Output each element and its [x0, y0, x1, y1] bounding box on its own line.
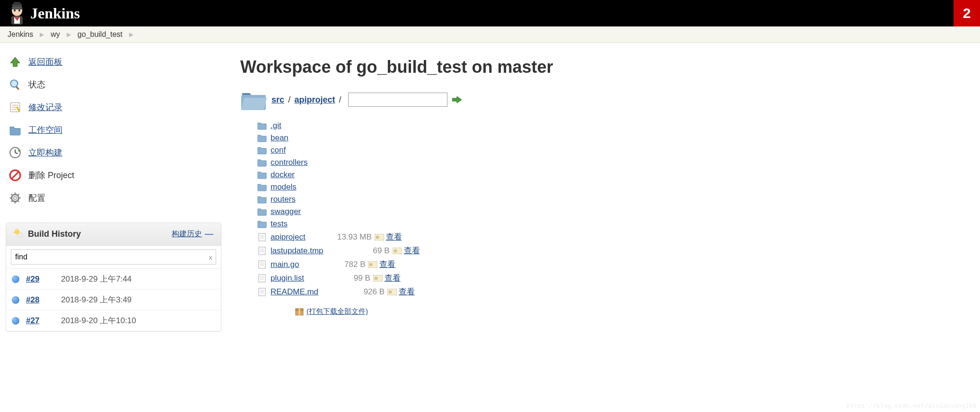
task-label[interactable]: 立即构建	[28, 147, 62, 158]
build-row[interactable]: #27 2018-9-20 上午10:10	[6, 310, 221, 331]
collapse-icon[interactable]: —	[205, 229, 213, 239]
status-ball-icon	[12, 296, 19, 304]
build-history-search-input[interactable]	[11, 249, 216, 265]
sidebar-back-to-dashboard[interactable]: 返回面板	[6, 51, 221, 73]
task-label[interactable]: 返回面板	[28, 56, 62, 68]
breadcrumb: Jenkins ▶ wy ▶ go_build_test ▶	[0, 26, 980, 43]
file-size: 69 B	[333, 246, 390, 256]
task-label[interactable]: 工作空间	[28, 124, 62, 136]
file-name[interactable]: lastupdate.tmp	[271, 246, 324, 256]
clear-icon[interactable]: x	[209, 253, 213, 261]
folder-small-icon	[257, 121, 267, 130]
folder-name[interactable]: routers	[271, 195, 296, 204]
file-size: 926 B	[328, 287, 385, 297]
fingerprint-icon	[375, 234, 384, 240]
folder-name[interactable]: models	[271, 182, 297, 192]
folder-small-icon	[257, 146, 267, 154]
svg-rect-8	[16, 86, 19, 90]
svg-point-52	[369, 263, 373, 266]
file-row[interactable]: apiproject 13.93 MB 查看	[257, 230, 980, 244]
file-row[interactable]: plugin.list 99 B 查看	[257, 271, 980, 285]
file-size: 13.93 MB	[315, 232, 372, 242]
folder-row[interactable]: tests	[257, 218, 980, 230]
notepad-icon	[9, 101, 22, 114]
path-segment[interactable]: src	[271, 95, 284, 104]
folder-name[interactable]: controllers	[271, 158, 307, 167]
file-name[interactable]: main.go	[271, 260, 299, 269]
folder-row[interactable]: .git	[257, 120, 980, 132]
path-input[interactable]	[348, 93, 447, 107]
build-number[interactable]: #27	[26, 316, 54, 326]
folder-name[interactable]: tests	[271, 219, 288, 229]
sidebar-delete-project[interactable]: 删除 Project	[6, 164, 221, 187]
sun-icon	[14, 229, 23, 240]
download-all-link[interactable]: (打包下载全部文件)	[306, 307, 368, 316]
folder-row[interactable]: models	[257, 181, 980, 193]
file-row[interactable]: lastupdate.tmp 69 B 查看	[257, 244, 980, 258]
build-number[interactable]: #29	[26, 275, 54, 284]
task-label[interactable]: 配置	[28, 192, 45, 204]
jenkins-icon	[8, 2, 26, 25]
folder-name[interactable]: .git	[271, 121, 281, 130]
fingerprint-icon	[373, 275, 383, 282]
svg-rect-2	[14, 2, 20, 5]
page-title: Workspace of go_build_test on master	[240, 57, 980, 77]
file-size: 99 B	[314, 274, 370, 283]
path-segment[interactable]: apiproject	[294, 95, 335, 104]
view-link[interactable]: 查看	[404, 245, 420, 256]
forbidden-icon	[9, 169, 22, 182]
download-all[interactable]: (打包下载全部文件)	[295, 307, 980, 316]
sidebar-build-now[interactable]: 立即构建	[6, 141, 221, 164]
jenkins-title: Jenkins	[30, 5, 80, 22]
folder-row[interactable]: controllers	[257, 156, 980, 169]
folder-row[interactable]: bean	[257, 132, 980, 144]
folder-small-icon	[257, 183, 267, 191]
sidebar-configure[interactable]: 配置	[6, 187, 221, 209]
svg-point-29	[14, 197, 17, 200]
build-row[interactable]: #28 2018-9-29 上午3:49	[6, 290, 221, 310]
task-label[interactable]: 修改记录	[28, 102, 62, 113]
file-row[interactable]: README.md 926 B 查看	[257, 285, 980, 299]
go-arrow-icon[interactable]	[452, 96, 462, 103]
sidebar-status[interactable]: 状态	[6, 73, 221, 96]
folder-row[interactable]: swagger	[257, 206, 980, 218]
folder-name[interactable]: swagger	[271, 207, 301, 216]
file-name[interactable]: README.md	[271, 287, 318, 297]
folder-name[interactable]: docker	[271, 170, 295, 180]
view-link[interactable]: 查看	[379, 259, 395, 270]
file-name[interactable]: apiproject	[271, 232, 306, 242]
view-link[interactable]: 查看	[399, 286, 415, 297]
task-label[interactable]: 状态	[28, 79, 45, 90]
breadcrumb-item[interactable]: go_build_test	[78, 30, 122, 39]
file-row[interactable]: main.go 782 B 查看	[257, 258, 980, 271]
status-ball-icon	[12, 317, 19, 325]
view-link[interactable]: 查看	[386, 232, 402, 242]
svg-point-46	[394, 249, 397, 252]
folder-row[interactable]: routers	[257, 193, 980, 206]
folder-row[interactable]: conf	[257, 144, 980, 156]
svg-point-34	[18, 233, 23, 237]
sidebar-changes[interactable]: 修改记录	[6, 96, 221, 119]
svg-point-7	[10, 80, 18, 87]
build-row[interactable]: #29 2018-9-29 上午7:44	[6, 269, 221, 290]
svg-point-58	[374, 276, 377, 280]
breadcrumb-item[interactable]: Jenkins	[8, 30, 33, 39]
jenkins-logo[interactable]: Jenkins	[8, 2, 80, 25]
sidebar-workspace[interactable]: 工作空间	[6, 119, 221, 141]
build-history-trend-link[interactable]: 构建历史	[172, 229, 202, 239]
breadcrumb-item[interactable]: wy	[51, 30, 60, 39]
build-number[interactable]: #28	[26, 295, 54, 305]
view-link[interactable]: 查看	[385, 273, 401, 283]
task-label[interactable]: 删除 Project	[28, 170, 74, 181]
folder-name[interactable]: conf	[271, 146, 286, 155]
folder-small-icon	[257, 171, 267, 179]
alert-badge[interactable]: 2	[954, 0, 980, 26]
folder-open-icon	[240, 88, 267, 111]
file-name[interactable]: plugin.list	[271, 274, 304, 283]
folder-icon	[9, 123, 22, 137]
folder-name[interactable]: bean	[271, 133, 289, 143]
document-icon	[257, 260, 267, 269]
build-time: 2018-9-20 上午10:10	[61, 315, 136, 326]
build-time: 2018-9-29 上午3:49	[61, 294, 131, 305]
folder-row[interactable]: docker	[257, 169, 980, 181]
